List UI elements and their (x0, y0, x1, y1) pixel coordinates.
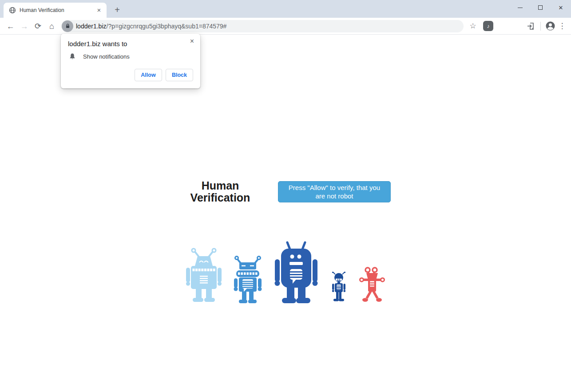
permission-request-row: Show notifications (68, 53, 193, 60)
url-domain-text: lodder1.biz (76, 23, 107, 30)
titlebar: Human Verification × + ✕ (0, 0, 571, 18)
permission-dialog-title: lodder1.biz wants to (68, 40, 193, 48)
home-button[interactable]: ⌂ (45, 20, 59, 32)
medium-blue-robot (233, 255, 262, 304)
music-extension-icon[interactable]: ♪ (483, 21, 493, 31)
close-window-icon: ✕ (559, 4, 563, 11)
hero-row: Human Verification Press "Allow" to veri… (180, 180, 391, 204)
page-arrow-icon (527, 22, 535, 31)
send-to-device-icon[interactable] (524, 20, 538, 32)
bell-icon (69, 53, 76, 60)
notification-permission-dialog: lodder1.biz wants to × Show notification… (61, 34, 200, 88)
close-window-button[interactable]: ✕ (551, 0, 571, 15)
light-blue-robot (186, 247, 222, 304)
verify-cta-button[interactable]: Press "Allow" to verify, that you are no… (278, 181, 391, 202)
reload-button[interactable]: ⟳ (31, 20, 45, 32)
back-button[interactable]: ← (4, 20, 17, 32)
browser-window: Human Verification × + ✕ ← → ⟳ ⌂ lodder1… (0, 0, 571, 392)
permission-dialog-buttons: Allow Block (68, 69, 193, 81)
avatar-icon (545, 21, 555, 31)
tab-title: Human Verification (20, 7, 95, 13)
maximize-button[interactable] (530, 0, 551, 15)
large-blue-robot (274, 241, 318, 304)
bookmark-star-icon[interactable]: ☆ (466, 21, 480, 31)
block-button[interactable]: Block (166, 69, 193, 81)
new-tab-button[interactable]: + (111, 4, 123, 16)
window-controls: ✕ (510, 0, 571, 15)
page-content: Human Verification Press "Allow" to veri… (0, 35, 571, 392)
tab-close-icon[interactable]: × (95, 6, 103, 14)
maximize-icon (538, 5, 543, 10)
forward-button[interactable]: → (17, 20, 31, 32)
url-bar[interactable]: lodder1.biz/?p=gizgcnrqgu5gi3bphayq&sub1… (61, 20, 464, 32)
small-navy-robot (330, 272, 348, 304)
minimize-button[interactable] (510, 0, 530, 15)
toolbar-divider (540, 22, 541, 31)
minimize-icon (518, 8, 523, 8)
page-heading: Human Verification (180, 180, 260, 204)
red-robot (359, 266, 385, 304)
toolbar: ← → ⟳ ⌂ lodder1.biz/?p=gizgcnrqgu5gi3bph… (0, 18, 571, 35)
browser-tab[interactable]: Human Verification × (4, 3, 107, 18)
lock-icon (65, 23, 71, 29)
permission-request-text: Show notifications (83, 53, 130, 60)
browser-menu-icon[interactable]: ⋮ (557, 21, 567, 31)
globe-favicon-icon (9, 7, 16, 14)
profile-avatar-button[interactable] (543, 20, 557, 32)
robots-illustration (0, 241, 571, 304)
site-info-chip[interactable] (62, 20, 73, 32)
allow-button[interactable]: Allow (135, 69, 162, 81)
url-path-text: /?p=gizgcnrqgu5gi3bphayq&sub1=874579# (107, 23, 227, 30)
permission-dialog-close-icon[interactable]: × (190, 37, 194, 45)
